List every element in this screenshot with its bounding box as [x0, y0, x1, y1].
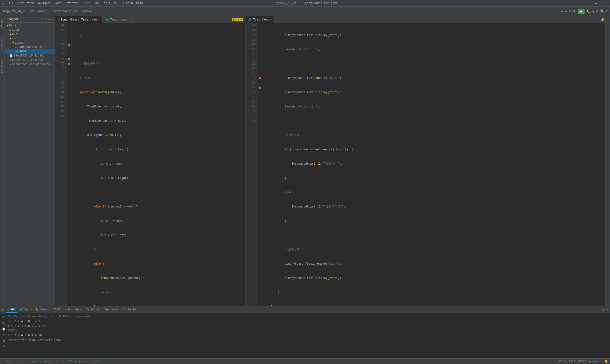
- cursor-position[interactable]: 85:24: [558, 360, 566, 363]
- indent-indicator[interactable]: 4 spaces: [589, 360, 602, 363]
- back-icon[interactable]: ◄: [561, 10, 563, 13]
- run-config-close[interactable]: ×: [31, 308, 32, 311]
- rcode-29: binarySearchTree1.remove( key: 4);: [264, 261, 603, 266]
- debug-icon[interactable]: 🐛: [586, 9, 590, 13]
- sidebar-item-external-libs[interactable]: ▶ External Libraries: [5, 58, 54, 62]
- build-status: Build completed successfully in 1 sec, 3…: [6, 360, 99, 363]
- breakpoint-r24[interactable]: [259, 77, 261, 79]
- console-tool1[interactable]: 🔧: [2, 321, 5, 326]
- vcs-icon[interactable]: ⑂: [607, 23, 609, 26]
- tab-binarysearchtree[interactable]: ☕ BinarySearchTree.java ×: [55, 16, 103, 23]
- notifications-strip[interactable]: 🔔: [600, 18, 605, 21]
- console-tool3[interactable]: ⇑: [3, 333, 4, 337]
- collapse-icon[interactable]: –: [51, 18, 53, 21]
- code-line-84: else {: [73, 261, 243, 266]
- warning-badge[interactable]: ▲7 ∨ ∧: [232, 18, 243, 21]
- rcode-17: binarySearchTree1.display(root1);: [264, 90, 603, 95]
- tab-test-left[interactable]: 🧪 Test.java ×: [103, 16, 132, 23]
- rcode-20: //查找元素: [264, 133, 603, 138]
- sidebar-item-demo1[interactable]: ▼ demo1: [5, 41, 54, 45]
- run-button[interactable]: ▶: [578, 9, 584, 14]
- breadcrumb-class[interactable]: BinarySearchTree: [51, 10, 78, 13]
- bottom-tab-debug[interactable]: 🐛 Debug: [33, 306, 50, 313]
- console-tool4[interactable]: 🖨: [2, 338, 5, 343]
- ln-68: 68: [57, 23, 65, 28]
- search-icon[interactable]: 🔍: [600, 9, 604, 13]
- breakpoint-72[interactable]: [68, 44, 70, 46]
- console-tool2[interactable]: 📋: [2, 327, 5, 332]
- forward-icon[interactable]: ►: [565, 10, 567, 13]
- breakpoint-r26[interactable]: [259, 87, 261, 89]
- sidebar-item-test[interactable]: 🧪 Test: [5, 49, 54, 54]
- line-sep-indicator[interactable]: CRLF: [569, 360, 575, 363]
- maximize-button[interactable]: □: [599, 2, 603, 5]
- minimize-button[interactable]: –: [594, 2, 597, 5]
- menu-refactor[interactable]: Refactor: [65, 2, 78, 5]
- bottom-tab-build[interactable]: 🔨 Build: [121, 306, 138, 313]
- menu-vcs[interactable]: VCS: [114, 2, 119, 5]
- menu-window[interactable]: Window: [122, 2, 133, 5]
- sidebar-item-binarysearchtree[interactable]: ☕ BinarySearchTree: [5, 45, 54, 49]
- run-gutter: ▶ 🔧 📋 ⇑ 🖨 🗑: [2, 314, 5, 357]
- menu-navigate[interactable]: Navigate: [38, 2, 51, 5]
- charset-indicator[interactable]: UTF-8: [578, 360, 586, 363]
- bottom-tab-todo[interactable]: TODO: [51, 306, 62, 313]
- sync-icon[interactable]: ⟳: [41, 18, 44, 21]
- breadcrumb-method[interactable]: remove: [81, 10, 92, 13]
- sidebar-item-iml[interactable]: 📄 Blog2023_10_21.iml: [5, 54, 54, 58]
- sidebar-item-src[interactable]: ▼ src: [5, 37, 54, 41]
- console-tool5[interactable]: 🗑: [2, 344, 5, 349]
- left-code-area[interactable]: 68 69 70 71 72 73 74 75 76 77 78 79: [55, 23, 245, 306]
- menu-run[interactable]: Run: [94, 2, 99, 5]
- menu-edit[interactable]: Edit: [17, 2, 24, 5]
- breakpoint-75[interactable]: [68, 58, 70, 60]
- menu-file[interactable]: File: [7, 2, 13, 5]
- bst-tab-close[interactable]: ×: [98, 18, 100, 21]
- menu-help[interactable]: Help: [136, 2, 143, 5]
- sidebar-item-out[interactable]: ▶ out: [5, 32, 54, 37]
- settings-tree-icon[interactable]: ⚙: [48, 18, 50, 21]
- stop-icon[interactable]: ■: [596, 10, 598, 13]
- right-code-area[interactable]: 13 14 15 16 17 18 19 20 21 22 23 24: [246, 23, 605, 306]
- test-tab-close-right[interactable]: ×: [270, 18, 272, 21]
- bottom-panel: ▶ ▶ Run 🧪 Test × 🐛 Debug TODO ⚠ Problems…: [0, 306, 610, 358]
- code-line-72: public void remove(int key) {: [73, 90, 243, 95]
- bookmarks-tab-vertical[interactable]: Bookmarks: [0, 59, 4, 74]
- bottom-tab-problems[interactable]: ⚠ Problems: [63, 306, 83, 313]
- rln-16: 16: [247, 38, 255, 42]
- settings-icon[interactable]: ⚙: [606, 9, 608, 13]
- notification-bell-icon[interactable]: 🔔: [605, 360, 608, 363]
- menu-tools[interactable]: Tools: [102, 2, 111, 5]
- bottom-minimize-icon[interactable]: –: [606, 308, 608, 311]
- sidebar-item-scratches[interactable]: ▶ Scratches and Consoles: [5, 62, 54, 66]
- breadcrumb-project[interactable]: Blog2023_10_21: [2, 10, 26, 13]
- tab-menu-button-left[interactable]: ⋮: [179, 18, 185, 22]
- project-tab-vertical[interactable]: Project: [0, 18, 4, 30]
- bottom-tab-terminal[interactable]: Terminal: [84, 306, 102, 313]
- tab-test-right[interactable]: 🧪 Test.java ×: [246, 16, 274, 23]
- menu-code[interactable]: Code: [54, 2, 61, 5]
- breadcrumb-demo1[interactable]: demo1: [38, 10, 47, 13]
- close-button[interactable]: ×: [605, 2, 608, 5]
- bottom-tab-run[interactable]: ▶ Run: [6, 306, 17, 313]
- bst-tab-label: BinarySearchTree.java: [61, 18, 97, 21]
- sidebar-item-idea[interactable]: ▶ idea: [5, 28, 54, 32]
- notifications-icon[interactable]: ✓: [607, 17, 609, 21]
- breadcrumb-src[interactable]: src: [29, 10, 35, 13]
- structure-tab-vertical[interactable]: Structure: [0, 37, 4, 52]
- sidebar-item-project[interactable]: ▼ Proj...: [5, 24, 54, 28]
- left-code-content[interactable]: } /*删除操作*/ 1 usage public void remove(in…: [71, 23, 245, 306]
- sort-icon[interactable]: ⇅: [45, 18, 47, 21]
- debug-tab-icon: 🐛: [35, 308, 39, 311]
- menu-build[interactable]: Build: [82, 2, 90, 5]
- code-line-78: cur = cur.right;: [73, 176, 243, 181]
- tab-menu-button-right[interactable]: ⋮: [432, 18, 439, 22]
- test-tab-close-left[interactable]: ×: [127, 18, 129, 21]
- menu-view[interactable]: View: [27, 2, 34, 5]
- bottom-tab-services[interactable]: Services: [103, 306, 120, 313]
- right-code-content[interactable]: binarySearchTree1.display(root1); System…: [262, 23, 605, 306]
- breakpoint-76[interactable]: [68, 63, 70, 65]
- console-run-icon[interactable]: ▶: [3, 314, 5, 319]
- bottom-settings-icon[interactable]: ⚙: [602, 308, 604, 312]
- coverage-icon[interactable]: ◉: [592, 9, 594, 13]
